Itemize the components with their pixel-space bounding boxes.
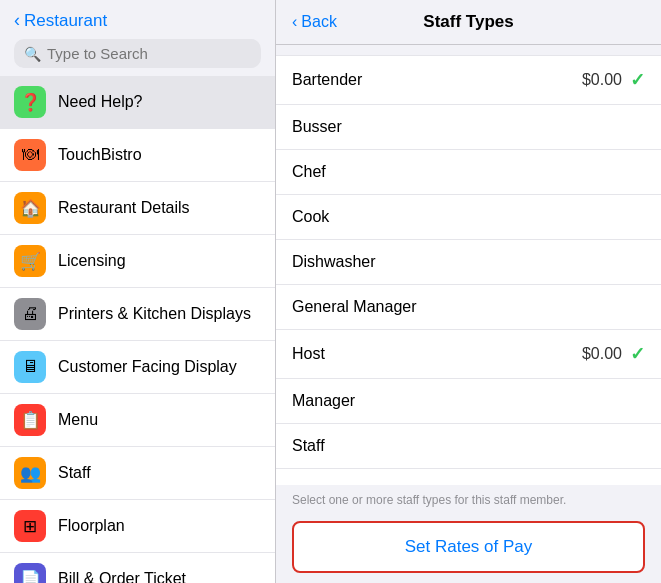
- touchbistro-label: TouchBistro: [58, 146, 142, 164]
- printers-icon: 🖨: [14, 298, 46, 330]
- customer-display-icon: 🖥: [14, 351, 46, 383]
- staff-label: Staff: [58, 464, 91, 482]
- staff-types-list: Bartender$0.00✓BusserChefCookDishwasherG…: [276, 55, 661, 485]
- search-icon: 🔍: [24, 46, 41, 62]
- staff-rate-container: $0.00✓: [582, 343, 645, 365]
- staff-type-row[interactable]: Cook: [276, 195, 661, 240]
- bill-order-icon: 📄: [14, 563, 46, 583]
- staff-rate-value: $0.00: [582, 71, 622, 89]
- staff-type-row[interactable]: Manager: [276, 379, 661, 424]
- staff-type-name: Cook: [292, 208, 329, 226]
- panel-title: Staff Types: [423, 12, 513, 32]
- staff-type-row[interactable]: Chef: [276, 150, 661, 195]
- chevron-left-icon: ‹: [292, 13, 297, 31]
- staff-type-name: Host: [292, 345, 325, 363]
- staff-rate-value: $0.00: [582, 345, 622, 363]
- staff-type-name: General Manager: [292, 298, 417, 316]
- sidebar: ‹ Restaurant 🔍 ❓Need Help?🍽TouchBistro🏠R…: [0, 0, 276, 583]
- staff-type-name: Staff: [292, 437, 325, 455]
- sidebar-item-printers[interactable]: 🖨Printers & Kitchen Displays: [0, 288, 275, 341]
- search-box[interactable]: 🔍: [14, 39, 261, 68]
- sidebar-item-bill-order[interactable]: 📄Bill & Order Ticket: [0, 553, 275, 583]
- checkmark-icon: ✓: [630, 343, 645, 365]
- sidebar-item-touchbistro[interactable]: 🍽TouchBistro: [0, 129, 275, 182]
- staff-rate-container: $0.00✓: [582, 69, 645, 91]
- staff-type-name: Chef: [292, 163, 326, 181]
- sidebar-item-floorplan[interactable]: ⊞Floorplan: [0, 500, 275, 553]
- panel-header: ‹ Back Staff Types: [276, 0, 661, 45]
- need-help-icon: ❓: [14, 86, 46, 118]
- need-help-label: Need Help?: [58, 93, 143, 111]
- chevron-left-icon: ‹: [14, 10, 20, 31]
- sidebar-item-menu[interactable]: 📋Menu: [0, 394, 275, 447]
- staff-type-row[interactable]: Host$0.00✓: [276, 330, 661, 379]
- customer-display-label: Customer Facing Display: [58, 358, 237, 376]
- sidebar-list: ❓Need Help?🍽TouchBistro🏠Restaurant Detai…: [0, 76, 275, 583]
- search-input[interactable]: [47, 45, 251, 62]
- staff-type-row[interactable]: Busser: [276, 105, 661, 150]
- main-panel: ‹ Back Staff Types Bartender$0.00✓Busser…: [276, 0, 661, 583]
- staff-type-name: Manager: [292, 392, 355, 410]
- menu-label: Menu: [58, 411, 98, 429]
- licensing-label: Licensing: [58, 252, 126, 270]
- panel-back-button[interactable]: ‹ Back: [292, 13, 337, 31]
- sidebar-item-customer-display[interactable]: 🖥Customer Facing Display: [0, 341, 275, 394]
- restaurant-details-icon: 🏠: [14, 192, 46, 224]
- staff-type-row[interactable]: General Manager: [276, 285, 661, 330]
- restaurant-details-label: Restaurant Details: [58, 199, 190, 217]
- sidebar-back-nav[interactable]: ‹ Restaurant: [14, 10, 261, 31]
- staff-type-row[interactable]: Waiter$0.00✓: [276, 469, 661, 485]
- staff-type-name: Busser: [292, 118, 342, 136]
- menu-icon: 📋: [14, 404, 46, 436]
- staff-type-name: Bartender: [292, 71, 362, 89]
- staff-type-name: Dishwasher: [292, 253, 376, 271]
- licensing-icon: 🛒: [14, 245, 46, 277]
- staff-type-row[interactable]: Staff: [276, 424, 661, 469]
- staff-type-row[interactable]: Dishwasher: [276, 240, 661, 285]
- floorplan-icon: ⊞: [14, 510, 46, 542]
- sidebar-item-staff[interactable]: 👥Staff: [0, 447, 275, 500]
- sidebar-item-need-help[interactable]: ❓Need Help?: [0, 76, 275, 129]
- checkmark-icon: ✓: [630, 69, 645, 91]
- printers-label: Printers & Kitchen Displays: [58, 305, 251, 323]
- sidebar-item-licensing[interactable]: 🛒Licensing: [0, 235, 275, 288]
- floorplan-label: Floorplan: [58, 517, 125, 535]
- panel-back-label: Back: [301, 13, 337, 31]
- staff-icon: 👥: [14, 457, 46, 489]
- bill-order-label: Bill & Order Ticket: [58, 570, 186, 583]
- set-rates-button[interactable]: Set Rates of Pay: [292, 521, 645, 573]
- staff-type-row[interactable]: Bartender$0.00✓: [276, 56, 661, 105]
- sidebar-header: ‹ Restaurant 🔍: [0, 0, 275, 76]
- sidebar-back-label: Restaurant: [24, 11, 107, 31]
- touchbistro-icon: 🍽: [14, 139, 46, 171]
- sidebar-item-restaurant-details[interactable]: 🏠Restaurant Details: [0, 182, 275, 235]
- hint-text: Select one or more staff types for this …: [276, 485, 661, 511]
